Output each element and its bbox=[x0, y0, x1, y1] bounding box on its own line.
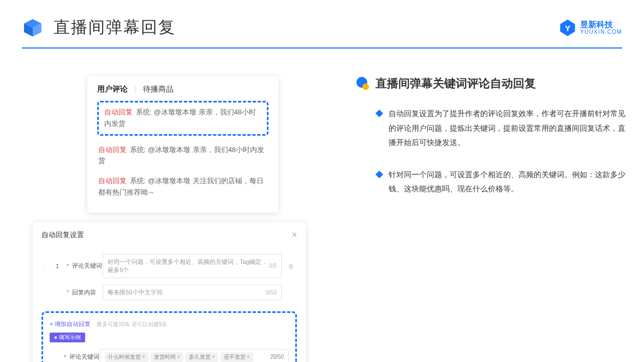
diamond-icon bbox=[375, 110, 383, 117]
bullet-item: 针对同一个问题，可设置多个相近的、高频的关键词。例如：这款多少钱、这块能优惠吗、… bbox=[355, 167, 628, 196]
example-badge: ● 填写示例 bbox=[50, 333, 85, 342]
brand-en: YUUXIN.COM bbox=[580, 29, 622, 35]
keyword-field-row: ⋮⋮ 1 * 评论关键词 对同一个问题，可设置多个相近、高频的关键词，Tag确定… bbox=[41, 251, 297, 281]
speech-bubble-icon bbox=[355, 76, 370, 91]
keyword-placeholder: 对同一个问题，可设置多个相近、高频的关键词，Tag确定，最多5个 bbox=[108, 258, 269, 274]
settings-title: 自动回复设置 bbox=[41, 230, 84, 240]
auto-reply-tag: 自动回复 bbox=[98, 177, 127, 185]
keyword-tag[interactable]: 什么时候发货× bbox=[105, 352, 148, 362]
brand-mark-icon: Y bbox=[558, 19, 577, 37]
content-placeholder: 每条限50个中文字符 bbox=[108, 288, 162, 297]
ex-kw-counter: 20/50 bbox=[270, 354, 284, 360]
content-field-row: * 回复内容 每条限50个中文字符 0/50 bbox=[41, 281, 297, 304]
example-highlight: + 增加自动回复 最多可建10条 还可以创建9条 ● 填写示例 * 评论关键词 … bbox=[41, 311, 297, 362]
required-star: * bbox=[67, 263, 69, 269]
content-counter: 0/50 bbox=[266, 289, 277, 295]
brand-cn: 昱新科技 bbox=[580, 20, 622, 29]
example-keyword-input[interactable]: 什么时候发货×发货时间×多久发货×还不发货× 20/50 bbox=[100, 349, 289, 362]
svg-point-5 bbox=[362, 83, 369, 90]
close-icon[interactable]: × bbox=[292, 230, 297, 240]
drag-handle-icon[interactable]: ⋮⋮ bbox=[41, 262, 53, 269]
feature-title: 直播间弹幕关键词评论自动回复 bbox=[375, 76, 536, 91]
auto-reply-tag: 自动回复 bbox=[98, 146, 127, 154]
tab-divider: | bbox=[134, 85, 136, 94]
brand-logo: Y 昱新科技 YUUXIN.COM bbox=[558, 19, 622, 37]
required-star: * bbox=[67, 289, 69, 295]
highlighted-comment: 自动回复 系统: @冰墩墩本墩 亲亲，我们48小时内发货 bbox=[97, 101, 269, 136]
page-title: 直播间弹幕回复 bbox=[53, 16, 176, 39]
delete-icon[interactable]: 🗑 bbox=[285, 263, 297, 269]
comment-row: 自动回复 系统: @冰墩墩本墩 亲亲，我们48小时内发货 bbox=[97, 140, 269, 172]
example-keyword-row: * 评论关键词 什么时候发货×发货时间×多久发货×还不发货× 20/50 bbox=[50, 346, 289, 362]
comment-row: 自动回复 系统: @冰墩墩本墩 关注我们的店铺，每日都有热门推荐呦～ bbox=[97, 171, 269, 203]
bullet-text: 自动回复设置为了提升作者的评论回复效率，作者可在开播前针对常见的评论用户问题，提… bbox=[389, 106, 628, 150]
settings-card: 自动回复设置 × ⋮⋮ 1 * 评论关键词 对同一个问题，可设置多个相近、高频的… bbox=[33, 222, 306, 362]
keyword-tag[interactable]: 多久发货× bbox=[186, 352, 218, 362]
svg-text:Y: Y bbox=[565, 23, 570, 32]
content-input[interactable]: 每条限50个中文字符 0/50 bbox=[103, 285, 282, 300]
row-index: 1 bbox=[53, 263, 61, 269]
keyword-input[interactable]: 对同一个问题，可设置多个相近、高频的关键词，Tag确定，最多5个 0/5 bbox=[103, 254, 282, 278]
add-auto-reply-link[interactable]: + 增加自动回复 bbox=[50, 321, 91, 327]
bullet-text: 针对同一个问题，可设置多个相近的、高频的关键词。例如：这款多少钱、这块能优惠吗、… bbox=[389, 167, 628, 196]
tab-user-comments[interactable]: 用户评论 bbox=[97, 85, 128, 94]
keyword-tag[interactable]: 发货时间× bbox=[151, 352, 183, 362]
diamond-icon bbox=[375, 171, 383, 178]
add-muted-text: 最多可建10条 还可以创建9条 bbox=[97, 321, 167, 327]
tab-pending-goods[interactable]: 待播商品 bbox=[143, 85, 174, 94]
keyword-counter: 0/5 bbox=[269, 263, 277, 269]
keyword-label: 评论关键词 bbox=[72, 262, 103, 270]
auto-reply-tag: 自动回复 bbox=[104, 108, 133, 116]
tag-list: 什么时候发货×发货时间×多久发货×还不发货× bbox=[105, 352, 255, 362]
keyword-tag[interactable]: 还不发货× bbox=[220, 352, 253, 362]
comments-card: 用户评论 | 待播商品 自动回复 系统: @冰墩墩本墩 亲亲，我们48小时内发货… bbox=[87, 76, 278, 213]
content-label: 回复内容 bbox=[72, 288, 103, 297]
ex-keyword-label: 评论关键词 bbox=[69, 353, 100, 361]
bullet-item: 自动回复设置为了提升作者的评论回复效率，作者可在开播前针对常见的评论用户问题，提… bbox=[355, 106, 628, 150]
cube-icon bbox=[22, 17, 44, 39]
required-star: * bbox=[64, 354, 66, 360]
